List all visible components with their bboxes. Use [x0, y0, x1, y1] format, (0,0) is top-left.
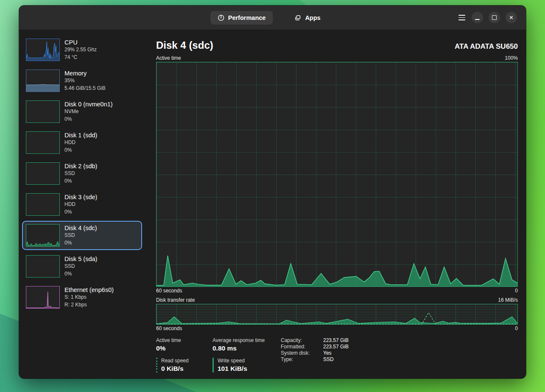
read-speed-value: 0 KiB/s [161, 365, 212, 373]
sidebar-item-ethernet[interactable]: Ethernet (enp6s0) S: 1 Kbps R: 2 Kbps [22, 283, 142, 312]
close-button[interactable]: ✕ [506, 12, 517, 23]
transfer-rate-chart-label: Disk transfer rate [156, 297, 195, 303]
disk0-mini-chart [26, 100, 60, 123]
sidebar-item-memory[interactable]: Memory 35% 5.46 GiB/15.5 GiB [22, 66, 142, 95]
sidebar-item-disk0[interactable]: Disk 0 (nvme0n1) NVMe 0% [22, 97, 142, 126]
active-time-chart-label: Active time [156, 55, 181, 61]
sidebar-item-line2: R: 2 Kbps [64, 301, 114, 309]
info-label-formatted: Formatted: [281, 344, 310, 350]
sidebar-item-disk2[interactable]: Disk 2 (sdb) SSD 0% [22, 159, 142, 188]
info-label-system-disk: System disk: [281, 350, 310, 356]
disk5-mini-chart [26, 255, 60, 278]
close-icon: ✕ [509, 15, 514, 20]
sidebar-item-line2: 0% [64, 178, 97, 185]
sidebar-item-title: Disk 4 (sdc) [64, 224, 97, 232]
active-time-xmax-label: 0 [515, 288, 518, 294]
sidebar-item-line1: S: 1 Kbps [64, 294, 114, 301]
sidebar-item-line1: 29% 2.55 Ghz [64, 46, 97, 53]
view-switcher: Performance Apps [210, 6, 328, 30]
ethernet-mini-chart [26, 286, 60, 309]
info-value-capacity: 223.57 GiB [323, 337, 349, 343]
sidebar-item-line2: 0% [64, 116, 113, 123]
tab-apps-label: Apps [305, 14, 320, 21]
sidebar: CPU 29% 2.55 Ghz 74 °C Memory 35% 5.46 G… [19, 30, 145, 378]
page-title: Disk 4 (sdc) [156, 39, 213, 51]
disk-model-label: ATA ADATA SU650 [455, 42, 518, 51]
window-controls: ✕ [458, 12, 526, 23]
hamburger-menu-icon[interactable] [458, 13, 466, 22]
active-time-ymax-label: 100% [505, 55, 518, 61]
transfer-rate-chart [156, 304, 518, 325]
sidebar-item-cpu[interactable]: CPU 29% 2.55 Ghz 74 °C [22, 35, 142, 64]
sidebar-item-line1: HDD [64, 201, 97, 208]
sidebar-item-line1: NVMe [64, 108, 113, 115]
minimize-icon [475, 19, 480, 20]
disk1-mini-chart [26, 131, 60, 154]
sidebar-item-line2: 0% [64, 239, 97, 247]
sidebar-item-title: CPU [64, 39, 97, 46]
sidebar-item-line2: 5.46 GiB/15.5 GiB [64, 85, 106, 92]
sidebar-item-disk4-selected[interactable]: Disk 4 (sdc) SSD 0% [22, 221, 142, 250]
sidebar-item-disk5[interactable]: Disk 5 (sda) SSD 0% [22, 252, 142, 281]
sidebar-item-title: Memory [64, 70, 106, 77]
memory-mini-chart [26, 70, 60, 92]
maximize-icon [492, 15, 497, 20]
info-label-capacity: Capacity: [281, 337, 310, 343]
mission-center-window: Performance Apps ✕ [19, 6, 526, 378]
info-value-type: SSD [323, 356, 349, 362]
disk4-mini-chart [26, 224, 60, 247]
sidebar-item-line2: 0% [64, 270, 97, 278]
info-label-type: Type: [281, 356, 310, 362]
sidebar-item-line1: 35% [64, 77, 106, 84]
sidebar-item-line1: HDD [64, 139, 97, 146]
write-speed-label: Write speed [218, 358, 275, 364]
sidebar-item-title: Disk 2 (sdb) [64, 162, 97, 170]
sidebar-item-disk1[interactable]: Disk 1 (sdd) HDD 0% [22, 128, 142, 157]
tab-performance-label: Performance [228, 14, 266, 21]
transfer-rate-xmin-label: 60 seconds [156, 325, 182, 331]
stats-section: Active time 0% Read speed 0 KiB/s Averag… [156, 337, 518, 373]
sidebar-item-title: Disk 1 (sdd) [64, 131, 97, 139]
disk-info-table: Capacity: 223.57 GiB Formatted: 223.57 G… [281, 337, 349, 373]
sidebar-item-line2: 0% [64, 209, 97, 216]
desktop-wallpaper: Performance Apps ✕ [0, 0, 545, 392]
transfer-rate-ymax-label: 16 MiB/s [498, 297, 518, 303]
main-panel: Disk 4 (sdc) ATA ADATA SU650 Active time… [145, 30, 526, 378]
disk3-mini-chart [26, 193, 60, 216]
info-value-formatted: 223.57 GiB [323, 344, 349, 350]
disk2-mini-chart [26, 162, 60, 185]
write-speed-value: 101 KiB/s [218, 365, 275, 373]
response-time-value: 0.80 ms [212, 345, 275, 352]
tab-performance[interactable]: Performance [210, 11, 273, 25]
active-time-chart [156, 62, 518, 287]
maximize-button[interactable] [489, 12, 500, 23]
sidebar-item-title: Disk 5 (sda) [64, 255, 97, 263]
sidebar-item-line2: 74 °C [64, 54, 97, 61]
sidebar-item-title: Ethernet (enp6s0) [64, 286, 114, 294]
sidebar-item-title: Disk 3 (sde) [64, 193, 97, 201]
transfer-rate-xmax-label: 0 [515, 325, 518, 331]
info-value-system-disk: Yes [323, 350, 349, 356]
sidebar-item-line1: SSD [64, 170, 97, 177]
sidebar-item-line1: SSD [64, 263, 97, 270]
sidebar-item-disk3[interactable]: Disk 3 (sde) HDD 0% [22, 190, 142, 219]
speedometer-icon [218, 14, 224, 21]
active-time-stat-label: Active time [156, 337, 212, 343]
minimize-button[interactable] [472, 12, 483, 23]
active-time-stat-value: 0% [156, 345, 212, 352]
sidebar-item-title: Disk 0 (nvme0n1) [64, 100, 113, 108]
sidebar-item-line1: SSD [64, 232, 97, 239]
read-speed-label: Read speed [161, 358, 212, 364]
write-speed-block: Write speed 101 KiB/s [212, 358, 275, 373]
sidebar-item-line2: 0% [64, 147, 97, 154]
active-time-xmin-label: 60 seconds [156, 288, 182, 294]
tab-apps[interactable]: Apps [287, 11, 327, 25]
read-speed-block: Read speed 0 KiB/s [156, 358, 212, 373]
title-bar[interactable]: Performance Apps ✕ [19, 6, 526, 30]
cpu-mini-chart [26, 39, 60, 61]
apps-icon [294, 14, 301, 21]
response-time-label: Average response time [212, 337, 275, 343]
